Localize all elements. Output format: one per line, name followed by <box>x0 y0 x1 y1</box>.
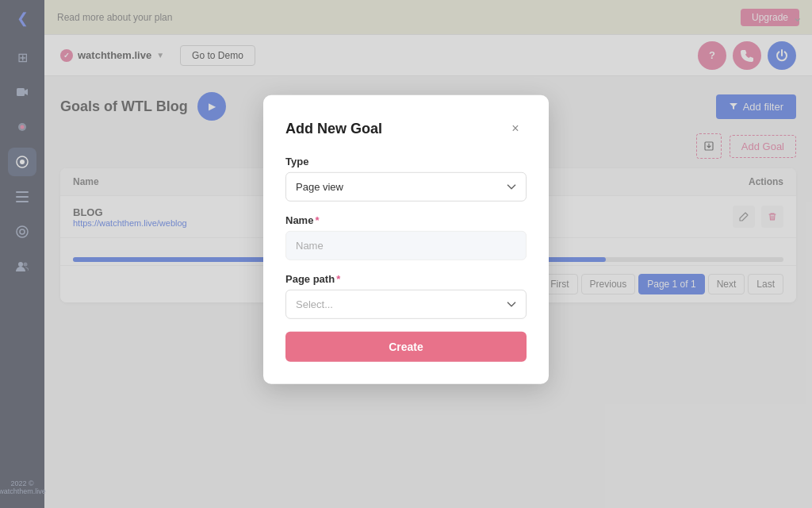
chevron-down-icon <box>507 301 516 307</box>
page-path-select[interactable]: Select... <box>285 290 527 319</box>
create-button[interactable]: Create <box>285 332 527 362</box>
type-label: Type <box>285 156 527 167</box>
name-label: Name* <box>285 214 527 226</box>
page-path-field-group: Page path* Select... <box>285 273 527 319</box>
modal-header: Add New Goal × <box>285 117 527 140</box>
add-goal-modal: Add New Goal × Type Page view Click Cust… <box>263 95 549 384</box>
type-field-group: Type Page view Click Custom <box>285 156 527 202</box>
modal-title: Add New Goal <box>285 120 382 137</box>
name-input[interactable] <box>285 231 527 260</box>
type-select[interactable]: Page view Click Custom <box>285 172 527 202</box>
page-path-placeholder: Select... <box>296 298 333 310</box>
modal-close-button[interactable]: × <box>504 117 527 140</box>
page-path-label: Page path* <box>285 273 527 285</box>
name-field-group: Name* <box>285 214 527 260</box>
